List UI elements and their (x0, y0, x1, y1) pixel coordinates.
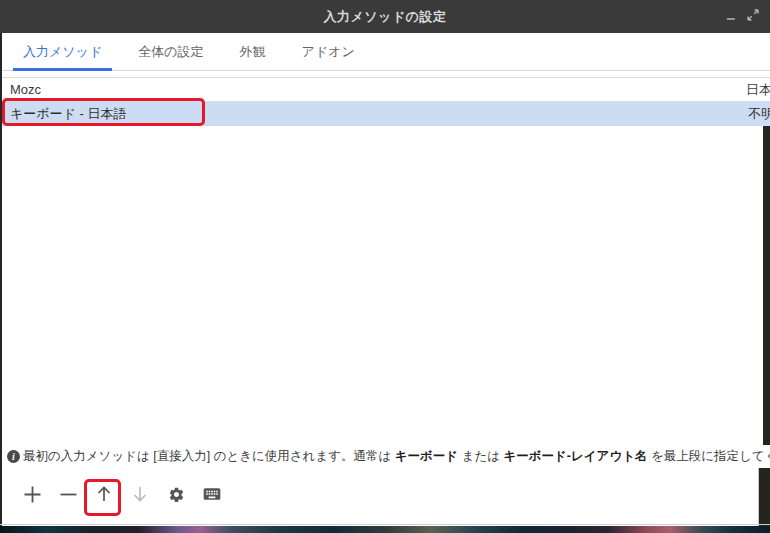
tab-addon[interactable]: アドオン (292, 33, 365, 70)
tab-input-method[interactable]: 入力メソッド (13, 33, 112, 70)
tab-label: 外観 (240, 43, 266, 61)
remove-button[interactable] (50, 474, 86, 518)
add-button[interactable] (14, 474, 50, 518)
input-method-name: キーボード - 日本語 (10, 105, 126, 123)
move-up-button[interactable] (86, 474, 122, 518)
desktop-edge-band (758, 468, 770, 526)
tab-label: アドオン (302, 43, 355, 61)
arrow-up-icon (95, 485, 113, 507)
minus-icon (59, 485, 78, 508)
tab-bar: 入力メソッド 全体の設定 外観 アドオン (0, 33, 770, 71)
gear-icon (168, 486, 185, 507)
window-controls (720, 0, 764, 33)
window-bottom-border (0, 524, 770, 525)
plus-icon (23, 485, 42, 508)
keyboard-icon (202, 484, 222, 508)
desktop-wallpaper-strip (0, 526, 770, 533)
input-method-name: Mozc (10, 82, 41, 97)
unmaximize-icon (746, 8, 760, 26)
move-down-button[interactable] (122, 474, 158, 518)
info-bar: i 最初の入力メソッドは [直接入力] のときに使用されます。通常は キーボード… (2, 445, 770, 468)
list-rows: Mozc 日本語 キーボード - 日本語 不明 (2, 77, 770, 126)
info-text: 最初の入力メソッドは [直接入力] のときに使用されます。通常は キーボード ま… (23, 448, 770, 465)
window-left-border (0, 33, 2, 526)
tab-global-config[interactable]: 全体の設定 (128, 33, 213, 70)
tab-appearance[interactable]: 外観 (230, 33, 276, 70)
window-title: 入力メソッドの設定 (323, 8, 446, 26)
toolbar (2, 470, 230, 522)
settings-window: 入力メソッドの設定 入力メソッド 全体の設定 外観 (0, 0, 770, 526)
maximize-button[interactable] (742, 6, 764, 28)
select-layout-button[interactable] (194, 474, 230, 518)
tab-label: 全体の設定 (138, 43, 203, 61)
list-item-keyboard-japanese[interactable]: キーボード - 日本語 不明 (2, 101, 770, 126)
configure-button[interactable] (158, 474, 194, 518)
input-method-layout: 不明 (748, 105, 770, 123)
input-method-layout: 日本語 (746, 81, 770, 99)
tab-label: 入力メソッド (23, 43, 102, 61)
titlebar: 入力メソッドの設定 (0, 0, 770, 33)
minimize-button[interactable] (720, 6, 742, 28)
info-icon: i (7, 450, 20, 463)
input-method-list: Mozc 日本語 キーボード - 日本語 不明 (2, 72, 770, 445)
minimize-icon (725, 8, 737, 26)
desktop-edge-band (763, 126, 770, 445)
arrow-down-icon (131, 485, 149, 507)
list-item-mozc[interactable]: Mozc 日本語 (2, 78, 770, 101)
